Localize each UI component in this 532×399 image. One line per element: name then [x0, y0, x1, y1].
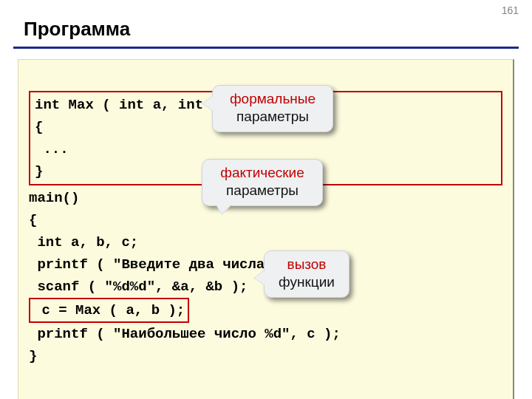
callout-actual-params: фактические параметры: [202, 159, 323, 206]
page-number: 161: [502, 4, 519, 16]
title-rule: [13, 47, 519, 49]
callout-line2: параметры: [213, 108, 332, 132]
callout-function-call: вызов функции: [264, 250, 349, 298]
code-block: int Max ( int a, int b ) { ... }main() {…: [18, 59, 514, 399]
callout-line2: параметры: [202, 182, 322, 205]
callout-tail-icon: [254, 270, 265, 285]
slide-title: Программа: [0, 0, 532, 47]
call-line-frame: c = Max ( a, b );: [29, 298, 189, 323]
callout-line1: формальные: [213, 86, 332, 108]
callout-line1: фактические: [202, 160, 322, 182]
callout-formal-params: формальные параметры: [212, 85, 333, 132]
callout-tail-icon: [216, 204, 232, 214]
callout-tail-icon: [202, 96, 213, 111]
callout-line2: функции: [265, 273, 349, 297]
main-code-after: printf ( "Наибольшее число %d", c ); }: [29, 326, 341, 364]
callout-line1: вызов: [265, 251, 349, 273]
